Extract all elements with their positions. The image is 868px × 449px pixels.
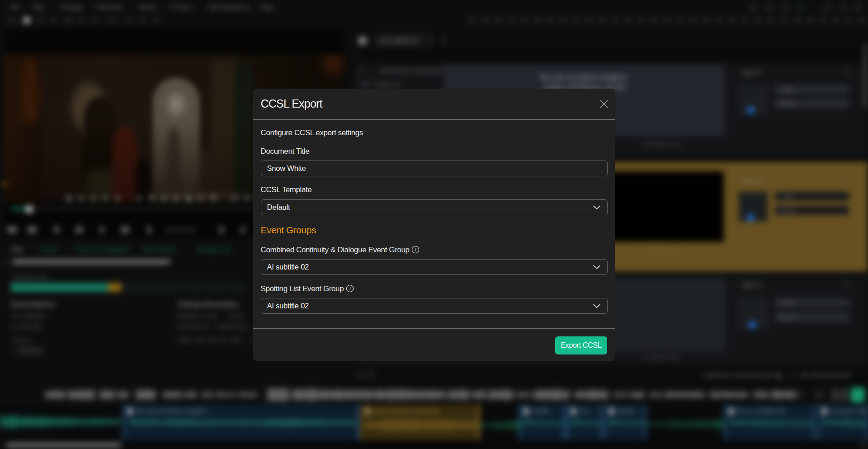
svg-text:i: i <box>415 247 416 252</box>
svg-text:i: i <box>349 286 350 291</box>
